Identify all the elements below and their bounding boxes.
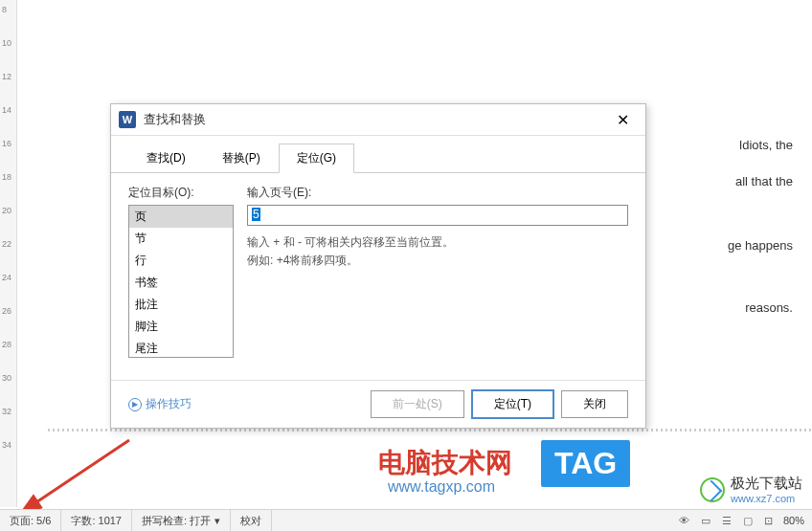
goto-target-list[interactable]: 页 节 行 书签 批注 脚注 尾注 域 xyxy=(128,205,234,358)
view-web-icon[interactable]: ▢ xyxy=(741,514,755,527)
zoom-level[interactable]: 80% xyxy=(783,515,804,526)
list-item[interactable]: 脚注 xyxy=(129,316,233,338)
doc-text: reasons. xyxy=(745,297,793,319)
ruler-tick: 22 xyxy=(2,239,11,249)
doc-text: ge happens xyxy=(728,234,793,256)
dialog-body: 定位目标(O): 页 节 行 书签 批注 脚注 尾注 域 输入页号(E): 5 … xyxy=(111,173,645,369)
list-item[interactable]: 批注 xyxy=(129,294,233,316)
ruler-tick: 32 xyxy=(2,407,11,416)
watermark-logo: 极光下载站 www.xz7.com xyxy=(700,475,802,504)
vertical-ruler: 8 10 12 14 16 18 20 22 24 26 28 30 32 34 xyxy=(0,0,17,507)
list-item[interactable]: 书签 xyxy=(129,272,233,294)
ruler-tick: 30 xyxy=(2,373,11,383)
ruler-tick: 18 xyxy=(2,172,11,182)
dialog-tabs: 查找(D) 替换(P) 定位(G) xyxy=(111,136,645,173)
page-number-input[interactable]: 5 xyxy=(247,205,628,226)
watermark-text: 极光下载站 xyxy=(731,475,802,493)
input-value: 5 xyxy=(252,208,260,221)
close-button[interactable]: 关闭 xyxy=(561,390,628,418)
list-item[interactable]: 页 xyxy=(129,206,233,228)
hint-line: 输入 + 和 - 可将相关内容移至当前位置。 xyxy=(247,233,628,252)
status-proof[interactable]: 校对 xyxy=(231,510,272,531)
view-outline-icon[interactable]: ☰ xyxy=(720,514,733,527)
doc-text: Idiots, the xyxy=(739,134,793,156)
find-replace-dialog: W 查找和替换 ✕ 查找(D) 替换(P) 定位(G) 定位目标(O): 页 节… xyxy=(110,103,646,429)
list-item[interactable]: 尾注 xyxy=(129,338,233,358)
dialog-footer: ▶ 操作技巧 前一处(S) 定位(T) 关闭 xyxy=(111,380,645,428)
status-words[interactable]: 字数: 1017 xyxy=(61,510,132,531)
tab-goto[interactable]: 定位(G) xyxy=(279,144,354,173)
ruler-tick: 24 xyxy=(2,273,11,282)
app-icon: W xyxy=(119,111,136,128)
watermark-url: www.xz7.com xyxy=(731,493,802,504)
logo-icon xyxy=(700,477,725,502)
ruler-tick: 26 xyxy=(2,306,11,316)
status-spellcheck[interactable]: 拼写检查: 打开▾ xyxy=(132,510,231,531)
ruler-tick: 14 xyxy=(2,105,11,115)
ruler-tick: 10 xyxy=(2,38,11,48)
dialog-titlebar[interactable]: W 查找和替换 ✕ xyxy=(111,104,645,136)
chevron-down-icon: ▾ xyxy=(214,515,220,527)
prev-button[interactable]: 前一处(S) xyxy=(371,390,464,418)
dialog-title: 查找和替换 xyxy=(144,111,607,128)
input-hint: 输入 + 和 - 可将相关内容移至当前位置。 例如: +4将前移四项。 xyxy=(247,233,628,270)
watermark-text: 电脑技术网 xyxy=(378,445,512,481)
play-icon: ▶ xyxy=(128,398,142,411)
page-number-label: 输入页号(E): xyxy=(247,185,628,201)
ruler-tick: 28 xyxy=(2,340,11,349)
goto-button[interactable]: 定位(T) xyxy=(472,390,553,418)
ruler-tick: 16 xyxy=(2,139,11,148)
close-icon[interactable]: ✕ xyxy=(607,110,638,129)
ruler-tick: 34 xyxy=(2,440,11,450)
status-bar: 页面: 5/6 字数: 1017 拼写检查: 打开▾ 校对 👁 ▭ ☰ ▢ ⊡ … xyxy=(0,509,812,531)
view-page-icon[interactable]: ▭ xyxy=(699,514,712,527)
eye-icon[interactable]: 👁 xyxy=(678,514,691,527)
ruler-tick: 20 xyxy=(2,206,11,215)
watermark-tag: TAG xyxy=(541,440,630,487)
goto-target-label: 定位目标(O): xyxy=(128,185,234,201)
zoom-fit-icon[interactable]: ⊡ xyxy=(762,514,776,527)
watermark-url: www.tagxp.com xyxy=(388,478,495,496)
list-item[interactable]: 行 xyxy=(129,250,233,272)
svg-line-0 xyxy=(34,440,129,504)
tips-label: 操作技巧 xyxy=(146,396,192,412)
doc-text: all that the xyxy=(735,170,793,192)
ruler-tick: 8 xyxy=(2,5,7,14)
annotation-arrow xyxy=(19,435,134,512)
tips-link[interactable]: ▶ 操作技巧 xyxy=(128,396,192,412)
tag-badge: TAG xyxy=(541,440,630,487)
page-break-line xyxy=(48,429,812,431)
tab-find[interactable]: 查找(D) xyxy=(128,144,204,173)
list-item[interactable]: 节 xyxy=(129,228,233,250)
ruler-tick: 12 xyxy=(2,72,11,81)
hint-line: 例如: +4将前移四项。 xyxy=(247,252,628,270)
status-page[interactable]: 页面: 5/6 xyxy=(0,510,61,531)
tab-replace[interactable]: 替换(P) xyxy=(204,144,279,173)
